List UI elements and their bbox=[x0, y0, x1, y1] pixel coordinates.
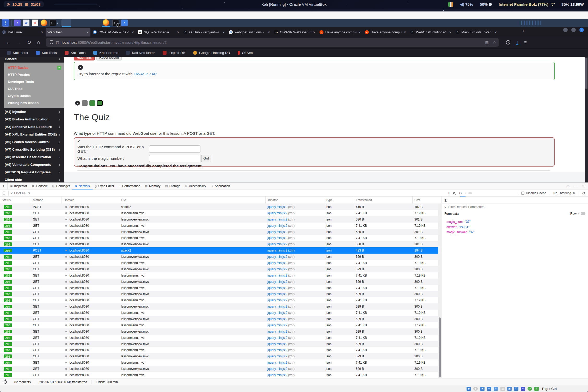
network-request-row[interactable]: 200 GET localhost:8080 lessonmenu.mvc jq… bbox=[0, 335, 441, 341]
pause-traffic-icon[interactable]: ‖ bbox=[448, 191, 450, 195]
devtools-menu-icon[interactable]: ⋯ bbox=[574, 184, 578, 188]
disable-cache-checkbox[interactable] bbox=[521, 192, 524, 195]
details-tab[interactable] bbox=[450, 197, 455, 204]
devtools-tab[interactable]: ▤ Storage bbox=[163, 183, 182, 189]
devtools-close-icon[interactable]: × bbox=[582, 184, 584, 188]
devtools-tab[interactable]: ≫ Console bbox=[29, 183, 50, 189]
bookmark-item[interactable]: Kali Docs bbox=[65, 51, 85, 55]
scrollbar-thumb[interactable] bbox=[439, 317, 441, 377]
windows-icon[interactable]: ❐ bbox=[514, 387, 518, 391]
column-header-domain[interactable]: Domain bbox=[62, 197, 119, 204]
type-filter-pill[interactable] bbox=[468, 192, 472, 194]
network-request-row[interactable]: 200 GET localhost:8080 lessonmenu.mvc jq… bbox=[0, 347, 441, 353]
network-indicator[interactable]: Internet Familie Bolz (77%) bbox=[499, 2, 555, 7]
pocket-icon[interactable]: ∨ bbox=[506, 40, 510, 45]
sidebar-section[interactable]: (A2) Broken Authentication › bbox=[0, 115, 64, 123]
type-filter-pill[interactable] bbox=[473, 192, 477, 194]
display-icon[interactable]: ▣ bbox=[507, 387, 512, 391]
tab-close-icon[interactable]: × bbox=[41, 30, 43, 34]
browser-tab[interactable]: Kali Linux × bbox=[0, 28, 45, 36]
taskbar-workspace-button[interactable] bbox=[90, 19, 99, 27]
network-request-row[interactable]: 200 GET localhost:8080 lessonmenu.mvc jq… bbox=[0, 322, 441, 328]
home-button[interactable]: ⌂ bbox=[37, 40, 40, 45]
details-tab[interactable] bbox=[471, 197, 476, 204]
bookmark-item[interactable]: Kali Tools bbox=[36, 51, 57, 55]
network-adapter-icon[interactable]: ⧉ bbox=[487, 387, 491, 391]
filter-request-parameters-input[interactable] bbox=[448, 205, 526, 209]
type-filter-pill[interactable] bbox=[487, 192, 491, 194]
column-header-size[interactable]: Size bbox=[413, 197, 441, 204]
network-request-row[interactable]: 200 GET localhost:8080 lessonmenu.mvc jq… bbox=[0, 260, 441, 266]
tab-close-icon[interactable]: × bbox=[358, 30, 361, 34]
page-number-button[interactable] bbox=[97, 100, 103, 106]
url-bar[interactable]: ▢ localhost:8080/WebGoat/start.mvc#lesso… bbox=[46, 38, 499, 47]
bookmark-star-icon[interactable]: ☆ bbox=[493, 40, 496, 45]
network-request-row[interactable]: 200 GET localhost:8080 lessonoverview.mv… bbox=[0, 328, 441, 335]
sidebar-section[interactable]: (A5) Broken Access Control › bbox=[0, 138, 64, 146]
devtools-tab[interactable]: ⊞ Application bbox=[208, 183, 232, 189]
devtools-tab[interactable]: ▦ Memory bbox=[143, 183, 163, 189]
form-data-param[interactable]: magic_answer: "37" bbox=[446, 230, 588, 235]
browser-tab[interactable]: Have anyone comple × bbox=[318, 28, 363, 36]
table-scrollbar[interactable] bbox=[438, 204, 441, 378]
initiator-link[interactable]: jquery.min.js:2 bbox=[267, 261, 287, 265]
sidebar-section[interactable]: (A4) XML External Entities (XXE) › bbox=[0, 131, 64, 138]
owasp-zap-link[interactable]: OWASP ZAP bbox=[134, 72, 157, 76]
type-filter-pill[interactable] bbox=[482, 192, 486, 194]
settings-app-icon[interactable] bbox=[14, 20, 21, 26]
initiator-link[interactable]: jquery.min.js:2 bbox=[267, 323, 287, 327]
tab-close-icon[interactable]: × bbox=[313, 30, 315, 34]
browser-tab[interactable]: Have anyone comple × bbox=[363, 28, 408, 36]
form-data-param[interactable]: answer: "POST" bbox=[446, 224, 588, 230]
disable-cache-option[interactable]: Disable Cache bbox=[518, 191, 546, 195]
shared-folder-icon[interactable]: ▨ bbox=[500, 387, 505, 391]
tab-close-icon[interactable]: × bbox=[404, 30, 406, 34]
network-request-row[interactable]: 200 GET localhost:8080 lessonoverview.mv… bbox=[0, 303, 441, 310]
new-tab-button[interactable]: + bbox=[519, 28, 528, 35]
initiator-link[interactable]: jquery.min.js:2 bbox=[267, 336, 287, 340]
type-filter-pill[interactable] bbox=[478, 192, 481, 194]
reader-mode-icon[interactable]: ▤ bbox=[485, 40, 489, 45]
text-editor-icon[interactable] bbox=[32, 20, 38, 26]
close-button[interactable]: × bbox=[579, 28, 584, 32]
downloads-icon[interactable]: ↓ bbox=[516, 40, 518, 45]
sidebar-lesson-item[interactable]: HTTP Proxies ✔ bbox=[4, 71, 64, 78]
browser-tab[interactable]: webgoat solutions - × bbox=[227, 28, 272, 36]
hdd-icon[interactable]: ◉ bbox=[467, 387, 471, 391]
network-request-row[interactable]: 200 GET localhost:8080 lessonmenu.mvc jq… bbox=[0, 223, 441, 229]
usb-icon[interactable]: ✎ bbox=[494, 387, 498, 391]
reload-button[interactable]: ↻ bbox=[27, 39, 31, 45]
network-request-row[interactable]: 200 GET localhost:8080 lessonmenu.mvc jq… bbox=[0, 372, 441, 378]
question2-input[interactable] bbox=[149, 155, 200, 162]
optical-disk-icon[interactable]: ◎ bbox=[473, 387, 478, 391]
sidebar-section-general[interactable]: General › bbox=[0, 57, 64, 63]
host-key-state-icon[interactable]: ⇓ bbox=[534, 387, 539, 391]
bookmark-item[interactable]: Google Hacking DB bbox=[193, 51, 230, 55]
battery-indicator[interactable]: 85% 13.99W bbox=[561, 2, 584, 7]
devtools-tab[interactable]: {} Style Editor bbox=[93, 183, 117, 189]
clock-widget[interactable]: ◷ 10:28 ▦ 31/03 bbox=[4, 1, 44, 7]
network-request-row[interactable]: 200 GET localhost:8080 lessonmenu.mvc jq… bbox=[0, 285, 441, 291]
initiator-link[interactable]: jquery.min.js:2 bbox=[267, 255, 287, 259]
initiator-link[interactable]: jquery.min.js:2 bbox=[267, 311, 287, 315]
browser-tab[interactable]: Main Exploits · WebG × bbox=[454, 28, 499, 36]
recording-icon[interactable]: V bbox=[521, 387, 525, 391]
sidebar-section[interactable]: (A9) Vulnerable Components › bbox=[0, 161, 64, 168]
downloads-window-icon[interactable] bbox=[121, 20, 128, 26]
initiator-link[interactable]: jquery.min.js:2 bbox=[267, 242, 287, 246]
firefox-running-task[interactable] bbox=[102, 19, 110, 27]
type-filter-pill[interactable] bbox=[506, 192, 510, 194]
terminal-launcher-icon[interactable]: >_ bbox=[50, 20, 56, 26]
question1-input[interactable] bbox=[149, 145, 200, 153]
network-request-row[interactable]: 200 GET localhost:8080 lessonoverview.mv… bbox=[0, 241, 441, 247]
column-header-status[interactable]: Status bbox=[0, 197, 31, 204]
devtools-tab[interactable]: ▷ Debugger bbox=[50, 183, 72, 189]
bookmark-item[interactable]: Kali NetHunter bbox=[126, 51, 155, 55]
bookmark-item[interactable]: OffSec bbox=[238, 51, 253, 55]
sidebar-lesson-item[interactable]: Crypto Basics ✔ bbox=[4, 92, 64, 99]
initiator-link[interactable]: jquery.min.js:2 bbox=[267, 317, 287, 321]
raw-toggle[interactable] bbox=[578, 212, 585, 215]
initiator-link[interactable]: jquery.min.js:2 bbox=[267, 342, 287, 346]
type-filter-pill[interactable] bbox=[511, 192, 514, 194]
network-request-row[interactable]: 200 GET localhost:8080 lessonoverview.mv… bbox=[0, 266, 441, 272]
